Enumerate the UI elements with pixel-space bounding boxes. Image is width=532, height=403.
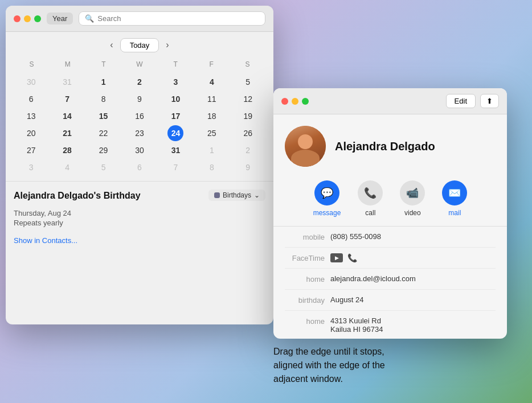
cal-day[interactable]: 5: [96, 159, 112, 175]
cal-day[interactable]: 30: [132, 142, 148, 158]
cal-day[interactable]: 7: [167, 159, 183, 175]
cal-day[interactable]: 3: [167, 74, 183, 90]
maximize-button[interactable]: [34, 15, 41, 22]
contact-maximize-button[interactable]: [302, 98, 309, 105]
home-email-value[interactable]: alejandra.del@icloud.com: [330, 274, 496, 283]
day-header-sun: S: [14, 58, 50, 71]
facetime-video-icon[interactable]: ▶: [330, 253, 343, 262]
close-button[interactable]: [14, 15, 21, 22]
cal-day[interactable]: 7: [59, 91, 75, 107]
facetime-audio-icon[interactable]: 📞: [347, 253, 357, 262]
minimize-button[interactable]: [24, 15, 31, 22]
cal-day[interactable]: 4: [204, 74, 220, 90]
window-controls: [14, 15, 41, 22]
cal-day[interactable]: 9: [132, 91, 148, 107]
cal-day[interactable]: 8: [204, 159, 220, 175]
mobile-value[interactable]: (808) 555-0098: [330, 232, 496, 241]
day-header-thu: T: [158, 58, 194, 71]
video-label: video: [404, 209, 421, 217]
cal-day[interactable]: 26: [240, 125, 256, 141]
cal-day[interactable]: 10: [167, 91, 183, 107]
contact-actions: Edit ⬆: [446, 94, 499, 108]
year-button[interactable]: Year: [47, 13, 73, 24]
day-header-wed: W: [121, 58, 157, 71]
cal-day[interactable]: 14: [59, 108, 75, 124]
cal-day[interactable]: 6: [23, 91, 39, 107]
home-address-value: 4313 Kuulei RdKailua HI 96734: [330, 316, 496, 334]
home-address-label: home: [285, 316, 325, 326]
prev-button[interactable]: ‹: [107, 38, 116, 52]
cal-day[interactable]: 9: [240, 159, 256, 175]
event-repeat: Repeats yearly: [14, 219, 265, 227]
contact-header: Alejandra Delgado: [273, 114, 507, 176]
contact-name: Alejandra Delgado: [335, 140, 435, 153]
cal-day[interactable]: 29: [96, 142, 112, 158]
cal-day[interactable]: 2: [240, 142, 256, 158]
day-header-sat: S: [230, 58, 265, 71]
cal-day[interactable]: 2: [132, 74, 148, 90]
cal-day[interactable]: 25: [204, 125, 220, 141]
cal-day[interactable]: 3: [23, 159, 39, 175]
cal-day[interactable]: 12: [240, 91, 256, 107]
edit-button[interactable]: Edit: [446, 94, 476, 108]
detail-birthday: birthday August 24: [285, 290, 496, 311]
next-button[interactable]: ›: [162, 38, 172, 52]
mail-action[interactable]: ✉️ mail: [442, 180, 467, 217]
show-in-contacts-link[interactable]: Show in Contacts...: [14, 236, 77, 245]
contact-titlebar: Edit ⬆: [273, 88, 507, 114]
event-tag: Birthdays ⌄: [208, 190, 265, 201]
cal-day[interactable]: 19: [240, 108, 256, 124]
facetime-icons: ▶ 📞: [330, 253, 357, 262]
cal-day[interactable]: 21: [59, 125, 75, 141]
calendar-navigation: ‹ Today ›: [6, 32, 273, 58]
contact-details: mobile (808) 555-0098 FaceTime ▶ 📞 home …: [273, 227, 507, 339]
birthday-value: August 24: [330, 295, 496, 304]
avatar: [285, 126, 326, 167]
video-action[interactable]: 📹 video: [400, 180, 425, 217]
day-header-tue: T: [85, 58, 121, 71]
cal-day[interactable]: 27: [23, 142, 39, 158]
calendar-grid: S M T W T F S 30 31 1 2 3 4 5 6 7 8 9 10…: [6, 58, 273, 175]
cal-day[interactable]: 15: [96, 108, 112, 124]
birthdays-dot: [214, 192, 220, 198]
cal-day[interactable]: 17: [167, 108, 183, 124]
share-icon: ⬆: [486, 97, 493, 105]
detail-facetime: FaceTime ▶ 📞: [285, 248, 496, 269]
calendar-days: 30 31 1 2 3 4 5 6 7 8 9 10 11 12 13 14 1…: [14, 74, 265, 175]
home-email-label: home: [285, 274, 325, 283]
cal-day[interactable]: 1: [96, 74, 112, 90]
today-button[interactable]: Today: [120, 38, 159, 52]
cal-day[interactable]: 13: [23, 108, 39, 124]
cal-day-selected[interactable]: 24: [167, 125, 183, 141]
cal-day[interactable]: 30: [23, 74, 39, 90]
cal-day[interactable]: 4: [59, 159, 75, 175]
message-label: message: [313, 209, 341, 217]
cal-day[interactable]: 16: [132, 108, 148, 124]
facetime-label: FaceTime: [285, 253, 325, 262]
contact-close-button[interactable]: [281, 98, 288, 105]
detail-home-address: home 4313 Kuulei RdKailua HI 96734: [285, 311, 496, 339]
cal-day[interactable]: 6: [132, 159, 148, 175]
share-button[interactable]: ⬆: [480, 94, 499, 108]
cal-day[interactable]: 8: [96, 91, 112, 107]
cal-day[interactable]: 18: [204, 108, 220, 124]
message-icon: 💬: [314, 180, 339, 205]
cal-day[interactable]: 1: [204, 142, 220, 158]
cal-day[interactable]: 5: [240, 74, 256, 90]
contact-minimize-button[interactable]: [292, 98, 298, 105]
cal-day[interactable]: 23: [132, 125, 148, 141]
cal-day[interactable]: 31: [59, 74, 75, 90]
detail-mobile: mobile (808) 555-0098: [285, 227, 496, 248]
search-input[interactable]: [97, 14, 259, 23]
cal-day[interactable]: 11: [204, 91, 220, 107]
day-header-mon: M: [50, 58, 85, 71]
event-section: Alejandra Delgado's Birthday Birthdays ⌄…: [6, 181, 273, 251]
cal-day[interactable]: 28: [59, 142, 75, 158]
event-tag-chevron: ⌄: [254, 191, 260, 199]
message-action[interactable]: 💬 message: [313, 180, 341, 217]
calendar-titlebar: Year 🔍: [6, 6, 273, 32]
cal-day[interactable]: 20: [23, 125, 39, 141]
cal-day[interactable]: 22: [96, 125, 112, 141]
cal-day[interactable]: 31: [167, 142, 183, 158]
call-action[interactable]: 📞 call: [358, 180, 383, 217]
